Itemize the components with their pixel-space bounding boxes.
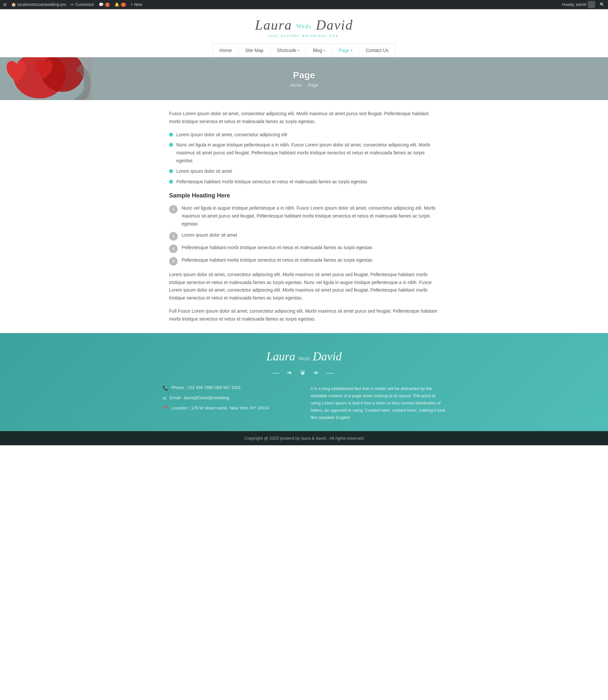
site-icon: 🏠: [11, 2, 16, 7]
wp-icon: ⊞: [3, 2, 6, 7]
body-text-2: Full Fusce Lorem ipsum dolor sit amet, c…: [169, 307, 439, 323]
pending-icon: 🔔: [114, 2, 119, 7]
ordered-list: 4 Nunc vel ligula in augue tristique pel…: [169, 204, 439, 265]
footer-location: 📍 Location : 176 W street name. New York…: [163, 405, 298, 411]
order-num: 4: [169, 205, 178, 213]
list-item: Lorem ipsum dolor sit amet: [169, 168, 439, 175]
main-nav: Home Site Map Shotcode ▾ Blog ▾ Page ▾ C…: [0, 41, 608, 57]
weds-text: Weds: [296, 23, 312, 30]
footer-ornament: — ❧ ❦ ❧ —: [163, 368, 445, 377]
howdy-text: Howdy, admin: [562, 2, 587, 7]
footer-bottom: Copyright @ 2020 powerd by laura & david…: [0, 431, 608, 445]
bullet-icon: [169, 133, 173, 137]
site-footer: Laura Weds David — ❧ ❦ ❧ — 📞 Phone : 123…: [0, 333, 608, 431]
comments-icon: 💬: [99, 2, 103, 7]
footer-columns: 📞 Phone : 123 456 7890 089 567 4321 ✉ Em…: [163, 385, 445, 421]
search-icon: 🔍: [600, 2, 605, 7]
new-button[interactable]: + New: [131, 2, 142, 7]
howdy-user[interactable]: Howdy, admin: [562, 1, 595, 8]
shotcode-chevron-icon: ▾: [298, 49, 299, 52]
wp-logo-button[interactable]: ⊞: [3, 2, 6, 7]
customize-icon: ✏: [71, 2, 74, 7]
list-item: 3 Lorem ipsum dolor sit amet: [169, 231, 439, 241]
footer-side-text: It is a long established fact that a rea…: [310, 385, 445, 421]
nav-container: Home Site Map Shotcode ▾ Blog ▾ Page ▾ C…: [212, 43, 396, 57]
plus-icon: +: [131, 2, 133, 7]
list-item: Lorem ipsum dolor sit amet, consectetur …: [169, 131, 439, 139]
search-button[interactable]: 🔍: [600, 2, 605, 7]
footer-phone: 📞 Phone : 123 456 7890 089 567 4321: [163, 385, 298, 391]
nav-sitemap[interactable]: Site Map: [239, 44, 270, 57]
bullet-icon: [169, 143, 173, 147]
bullet-icon: [169, 180, 173, 184]
site-link[interactable]: 🏠 localhost/luzuk/wedding-pro: [11, 2, 66, 7]
footer-contact-col: 📞 Phone : 123 456 7890 089 567 4321 ✉ Em…: [163, 385, 298, 416]
location-text: Location : 176 W street name. New York, …: [171, 405, 269, 410]
bullet-list: Lorem ipsum dolor sit amet, consectetur …: [169, 131, 439, 186]
bullet-icon: [169, 169, 173, 173]
title-part1: Laura: [255, 17, 292, 33]
banner-decoration: [0, 57, 92, 100]
phone-icon: 📞: [163, 385, 168, 391]
list-item: 4 Pellentesque habitant morbi tristique …: [169, 244, 439, 253]
pending-badge: 0: [121, 3, 126, 7]
blog-chevron-icon: ▾: [323, 49, 325, 52]
nav-page[interactable]: Page ▾: [332, 44, 359, 57]
order-num: 3: [169, 232, 178, 241]
footer-title-part1: Laura: [266, 350, 295, 363]
footer-email: ✉ Email : laura@David@wedding: [163, 395, 298, 401]
site-header: Laura Weds David just another wordpress …: [0, 9, 608, 41]
list-item: Pellentesque habitant morbi tristique se…: [169, 178, 439, 186]
admin-bar: ⊞ 🏠 localhost/luzuk/wedding-pro ✏ Custom…: [0, 0, 608, 9]
footer-logo: Laura Weds David: [163, 349, 445, 363]
nav-shotcode[interactable]: Shotcode ▾: [270, 44, 306, 57]
nav-contact[interactable]: Contact Us: [359, 44, 395, 57]
page-chevron-icon: ▾: [351, 49, 353, 52]
phone-text: Phone : 123 456 7890 089 567 4321: [171, 385, 241, 390]
pending-link[interactable]: 🔔 0: [114, 2, 126, 7]
site-tagline: just another wordpress site: [0, 34, 608, 38]
page-title: Page: [293, 70, 315, 81]
order-num: 4: [169, 245, 178, 253]
comments-link[interactable]: 💬 2: [99, 2, 110, 7]
breadcrumb-separator: ›: [304, 82, 305, 88]
footer-weds: Weds: [298, 356, 309, 361]
footer-title-part2: David: [313, 350, 342, 363]
order-num: 4: [169, 257, 178, 266]
section-heading: Sample Heading Here: [169, 192, 439, 199]
email-icon: ✉: [163, 396, 167, 401]
breadcrumb-current: Page: [308, 82, 318, 88]
breadcrumb-home[interactable]: Home: [290, 82, 301, 88]
main-content: Fusce Lorem ipsum dolor sit amet, consec…: [163, 110, 445, 323]
page-banner: Page Home › Page: [0, 57, 608, 100]
breadcrumb: Home › Page: [290, 82, 318, 88]
nav-blog[interactable]: Blog ▾: [306, 44, 332, 57]
location-icon: 📍: [163, 406, 168, 411]
footer-title: Laura Weds David: [163, 349, 445, 363]
list-item: Nunc vel ligula in augue tristique pelle…: [169, 141, 439, 165]
list-item: 4 Pellentesque habitant morbi tristique …: [169, 257, 439, 266]
nav-home[interactable]: Home: [213, 44, 239, 57]
email-text: Email : laura@David@wedding: [170, 395, 229, 400]
customize-link[interactable]: ✏ Customize: [71, 2, 94, 7]
site-url: localhost/luzuk/wedding-pro: [17, 2, 66, 7]
admin-avatar: [588, 1, 595, 8]
body-text-1: Lorem ipsum dolor sit amet, consectetur …: [169, 271, 439, 302]
comments-badge: 2: [105, 3, 110, 7]
intro-text: Fusce Lorem ipsum dolor sit amet, consec…: [169, 110, 439, 126]
list-item: 4 Nunc vel ligula in augue tristique pel…: [169, 204, 439, 228]
site-title: Laura Weds David: [0, 17, 608, 33]
title-part2: David: [316, 17, 353, 33]
footer-text-col: It is a long established fact that a rea…: [310, 385, 445, 421]
copyright-text: Copyright @ 2020 powerd by laura & david…: [244, 436, 364, 441]
